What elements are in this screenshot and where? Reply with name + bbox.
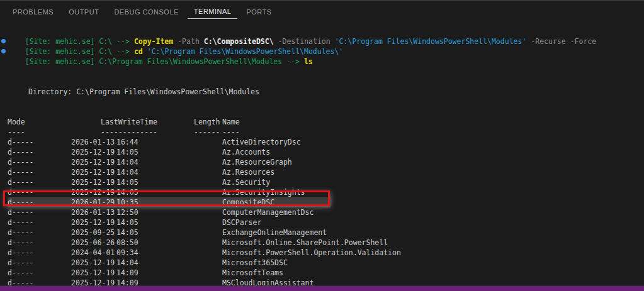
command-name: ls: [304, 57, 313, 66]
col-name: Az.Accounts: [222, 147, 644, 157]
terminal-command-line: [Site: mehic.se] C:\ -->cd'C:\Program Fi…: [8, 36, 644, 47]
table-row: d-----2025-12-1914:05Az.Accounts: [8, 147, 644, 157]
directory-line: Directory: C:\Program Files\WindowsPower…: [8, 87, 644, 97]
table-row: d-----2025-12-1914:05DSCParser: [8, 217, 644, 228]
col-date: 2026-01-13: [71, 137, 116, 147]
col-date: 2025-12-19: [71, 268, 116, 278]
col-name: MicrosoftTeams: [222, 268, 644, 278]
col-time: 14:05: [116, 228, 222, 238]
col-name: CompositeDSC: [222, 197, 330, 207]
col-date: 2025-09-25: [71, 228, 116, 238]
col-time: 14:05: [116, 217, 222, 228]
col-name: ComputerManagementDsc: [222, 207, 644, 217]
col-mode: d-----: [8, 268, 71, 278]
col-mode: d-----: [8, 177, 71, 187]
command-decoration-dot[interactable]: [1, 39, 6, 43]
col-mode: d-----: [8, 147, 71, 157]
spacer: [8, 107, 644, 117]
table-row: d-----2025-12-1914:04Microsoft365DSC: [8, 258, 644, 268]
col-date: 2025-12-19: [71, 177, 116, 187]
dashes-lastwritetime: -------------: [101, 127, 157, 137]
table-row: d-----2025-12-1914:05Az.Security: [8, 177, 644, 187]
col-name: Az.SecurityInsights: [222, 187, 644, 197]
col-name: Microsoft.PowerShell.Operation.Validatio…: [222, 248, 644, 258]
tab-output[interactable]: OUTPUT: [62, 4, 105, 19]
col-name: Microsoft365DSC: [222, 258, 644, 268]
listing-header: Mode LastWriteTime Length Name: [8, 117, 644, 127]
table-row: d-----2025-06-2608:50Microsoft.Online.Sh…: [8, 238, 644, 248]
spacer: [8, 67, 644, 77]
col-date: 2025-12-19: [71, 258, 116, 268]
dashes-name: ----: [222, 127, 240, 137]
col-mode: d-----: [8, 167, 71, 177]
col-name: Az.Security: [222, 177, 644, 187]
col-date: 2025-12-19: [71, 147, 116, 157]
table-row: d-----2025-12-1914:04Az.ResourceGraph: [8, 157, 644, 167]
table-row: d-----2025-12-1914:04Az.Resources: [8, 167, 644, 177]
col-name: Az.ResourceGraph: [222, 157, 644, 167]
col-date: 2024-04-01: [71, 248, 116, 258]
panel-tabbar: PROBLEMS OUTPUT DEBUG CONSOLE TERMINAL P…: [0, 0, 644, 22]
tab-ports[interactable]: PORTS: [240, 4, 278, 19]
table-row: d-----2025-09-2514:05ExchangeOnlineManag…: [8, 228, 644, 238]
col-time: 14:09: [116, 268, 222, 278]
col-time: 14:05: [116, 147, 222, 157]
col-name: Microsoft.Online.SharePoint.PowerShell: [222, 238, 644, 248]
header-mode: Mode: [8, 117, 25, 127]
terminal-command-line: [Site: mehic.se] C:\ -->Copy-Item-PathC:…: [8, 26, 644, 36]
tab-problems[interactable]: PROBLEMS: [6, 4, 60, 19]
col-time: 16:44: [116, 137, 222, 147]
table-row: d-----2026-01-1316:44ActiveDirectoryDsc: [8, 137, 644, 147]
col-time: 08:50: [116, 238, 222, 248]
col-time: 09:34: [116, 248, 222, 258]
command-decoration-dot[interactable]: [1, 49, 6, 53]
table-row-highlighted: d-----2026-01-2910:35CompositeDSC: [8, 197, 330, 207]
spacer: [8, 77, 644, 87]
col-time: 12:50: [116, 207, 222, 217]
listing-header-dashes: ---- ------------- ------ ----: [8, 127, 644, 137]
col-mode: d-----: [8, 137, 71, 147]
col-name: Az.Resources: [222, 167, 644, 177]
col-date: 2025-12-19: [71, 167, 116, 177]
col-mode: d-----: [8, 258, 71, 268]
prompt: [Site: mehic.se] C:\Program Files\Window…: [25, 57, 300, 66]
col-date: 2025-12-19: [71, 217, 116, 228]
col-date: 2026-01-13: [71, 207, 116, 217]
col-mode: d-----: [8, 228, 71, 238]
col-time: 14:04: [116, 258, 222, 268]
col-date: 2025-06-26: [71, 238, 116, 248]
dashes-length: ------: [194, 127, 220, 137]
col-name: ExchangeOnlineManagement: [222, 228, 644, 238]
col-mode: d-----: [8, 248, 71, 258]
table-row: d-----2024-04-0109:34Microsoft.PowerShel…: [8, 248, 644, 258]
status-bar: [0, 285, 644, 291]
col-time: 10:35: [116, 197, 222, 207]
col-time: 14:04: [116, 167, 222, 177]
col-time: 14:05: [116, 187, 222, 197]
table-row: d-----2026-01-1312:50ComputerManagementD…: [8, 207, 644, 217]
terminal[interactable]: [Site: mehic.se] C:\ -->Copy-Item-PathC:…: [0, 22, 644, 291]
header-name: Name: [222, 117, 240, 127]
tab-debug-console[interactable]: DEBUG CONSOLE: [108, 4, 184, 19]
header-lastwritetime: LastWriteTime: [101, 117, 157, 127]
col-mode: d-----: [8, 197, 71, 207]
col-mode: d-----: [8, 157, 71, 167]
tab-terminal[interactable]: TERMINAL: [188, 4, 238, 19]
col-date: 2025-12-19: [71, 157, 116, 167]
col-time: 14:05: [116, 177, 222, 187]
col-date: 2025-12-19: [71, 187, 116, 197]
directory-path: Directory: C:\Program Files\WindowsPower…: [28, 87, 259, 96]
spacer: [8, 97, 644, 107]
col-date: 2026-01-29: [71, 197, 116, 207]
col-mode: d-----: [8, 187, 71, 197]
col-mode: d-----: [8, 207, 71, 217]
col-name: DSCParser: [222, 217, 644, 228]
col-mode: d-----: [8, 217, 71, 228]
dashes-mode: ----: [8, 127, 25, 137]
col-time: 14:04: [116, 157, 222, 167]
table-row: d-----2025-12-1914:05Az.SecurityInsights: [8, 187, 644, 197]
terminal-command-line: [Site: mehic.se] C:\Program Files\Window…: [8, 47, 644, 57]
header-length: Length: [194, 117, 220, 127]
col-mode: d-----: [8, 238, 71, 248]
col-name: ActiveDirectoryDsc: [222, 137, 644, 147]
